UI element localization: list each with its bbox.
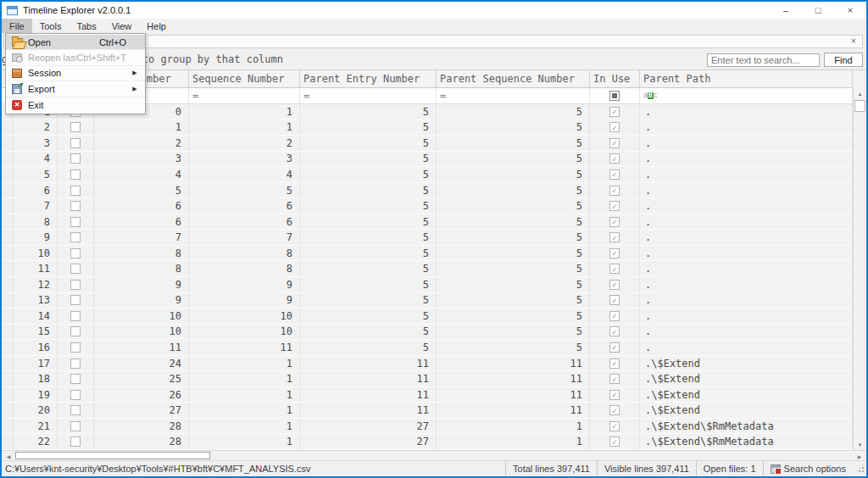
filter-in-use-cell[interactable] [590,88,640,103]
table-row[interactable]: 76655✓. [2,198,853,214]
table-row[interactable]: 182511111✓.\$Extend [2,371,853,387]
tag-cell[interactable] [58,356,94,371]
table-row[interactable]: 21281271✓.\$Extend\$RmMetadata [2,419,853,435]
scroll-left-icon[interactable]: ◀ [3,452,14,460]
column-header-parent-path[interactable]: Parent Path [640,70,853,87]
table-row[interactable]: 14101055✓. [2,308,853,325]
in-use-filter-checkbox[interactable] [609,91,620,101]
table-row[interactable]: 172411111✓.\$Extend [2,356,853,372]
tag-cell[interactable] [58,293,94,308]
tag-cell[interactable] [58,167,94,182]
table-row[interactable]: 129955✓. [2,277,853,293]
filter-parent-path-cell[interactable]: aBc [640,88,853,103]
tag-cell[interactable] [58,340,94,355]
table-row[interactable]: 192611111✓.\$Extend [2,387,853,403]
filter-parent-sequence-cell[interactable]: = [437,88,590,103]
table-row[interactable]: 22281271✓.\$Extend\$RmMetadata [2,434,853,450]
tag-cell[interactable] [58,152,94,167]
tag-cell[interactable] [58,230,94,245]
tag-checkbox[interactable] [70,138,81,148]
tag-cell[interactable] [58,136,94,151]
tab-close-icon[interactable]: × [848,35,860,47]
column-header-sequence-number[interactable]: Sequence Number [189,70,300,87]
table-row[interactable]: 15101055✓. [2,325,853,341]
table-row[interactable]: 32255✓. [2,136,853,152]
tag-checkbox[interactable] [70,217,81,227]
search-input[interactable] [707,53,820,67]
resize-grip[interactable] [856,464,865,473]
tag-cell[interactable] [58,246,94,261]
scroll-up-icon[interactable]: ▲ [854,88,865,99]
tag-checkbox[interactable] [70,264,81,274]
tag-cell[interactable] [58,277,94,292]
tag-cell[interactable] [58,371,94,386]
tag-cell[interactable] [58,434,94,449]
table-row[interactable]: 118855✓. [2,261,853,277]
vertical-scroll-thumb[interactable] [854,100,865,112]
menu-help[interactable]: Help [139,19,174,33]
close-button[interactable]: × [834,2,866,19]
tag-cell[interactable] [58,387,94,403]
menu-view[interactable]: View [104,19,140,33]
table-row[interactable]: 21155✓. [2,120,853,136]
tag-cell[interactable] [58,214,94,230]
filter-parent-entry-cell[interactable]: = [300,88,437,103]
table-row[interactable]: 108855✓. [2,246,853,262]
menu-file[interactable]: File [2,19,32,33]
tag-checkbox[interactable] [70,248,81,258]
tag-checkbox[interactable] [70,295,81,305]
tag-cell[interactable] [58,308,94,324]
table-row[interactable]: 202711111✓.\$Extend [2,403,853,419]
table-row[interactable]: 97755✓. [2,230,853,246]
tag-checkbox[interactable] [70,358,81,369]
tag-checkbox[interactable] [70,122,81,132]
column-header-parent-sequence-number[interactable]: Parent Sequence Number [437,70,590,87]
column-header-in-use[interactable]: In Use [590,70,640,87]
tag-checkbox[interactable] [70,201,81,211]
tag-cell[interactable] [58,198,94,214]
minimize-button[interactable]: – [770,2,802,19]
column-header-parent-entry-number[interactable]: Parent Entry Number [300,70,437,87]
tag-cell[interactable] [58,120,94,136]
horizontal-scroll-thumb[interactable] [15,452,210,459]
tag-checkbox[interactable] [70,311,81,321]
horizontal-scrollbar[interactable]: ◀ ▶ [2,450,866,460]
tag-checkbox[interactable] [70,186,81,196]
tag-checkbox[interactable] [70,280,81,290]
tag-checkbox[interactable] [70,326,81,336]
tag-cell[interactable] [58,183,94,198]
menu-item-reopen-last-closed[interactable]: Reopen last closed Ctrl+Shift+T [6,50,145,65]
table-row[interactable]: 54455✓. [2,167,853,183]
menu-item-export[interactable]: Export ▶ [6,81,145,97]
table-row[interactable]: 16111155✓. [2,340,853,356]
tag-checkbox[interactable] [70,405,81,415]
search-options-button[interactable]: Search options [763,461,853,476]
tag-checkbox[interactable] [70,374,81,384]
table-row[interactable]: 86655✓. [2,214,853,231]
menu-item-session[interactable]: Session ▶ [6,66,145,81]
tag-checkbox[interactable] [70,153,81,164]
tag-cell[interactable] [58,403,94,418]
table-row[interactable]: 65555✓. [2,183,853,199]
table-row[interactable]: 43355✓. [2,152,853,168]
tag-checkbox[interactable] [70,436,81,447]
vertical-scrollbar[interactable]: ▲ ▼ [853,88,866,450]
scroll-right-icon[interactable]: ▶ [854,452,865,460]
menu-item-open[interactable]: Open Ctrl+O [6,35,145,50]
tag-checkbox[interactable] [70,232,81,242]
table-row[interactable]: 139955✓. [2,293,853,309]
maximize-button[interactable]: □ [802,2,834,19]
tag-checkbox[interactable] [70,170,81,180]
menu-tabs[interactable]: Tabs [69,19,103,33]
filter-sequence-cell[interactable]: = [189,88,300,103]
tag-cell[interactable] [58,261,94,276]
tag-checkbox[interactable] [70,342,81,353]
tag-checkbox[interactable] [70,390,81,400]
menu-item-exit[interactable]: ✕ Exit [6,97,145,113]
tag-cell[interactable] [58,419,94,434]
tag-cell[interactable] [58,325,94,340]
tag-checkbox[interactable] [70,421,81,431]
find-button[interactable]: Find [824,53,863,67]
menu-tools[interactable]: Tools [32,19,70,33]
scroll-down-icon[interactable]: ▼ [854,439,865,450]
